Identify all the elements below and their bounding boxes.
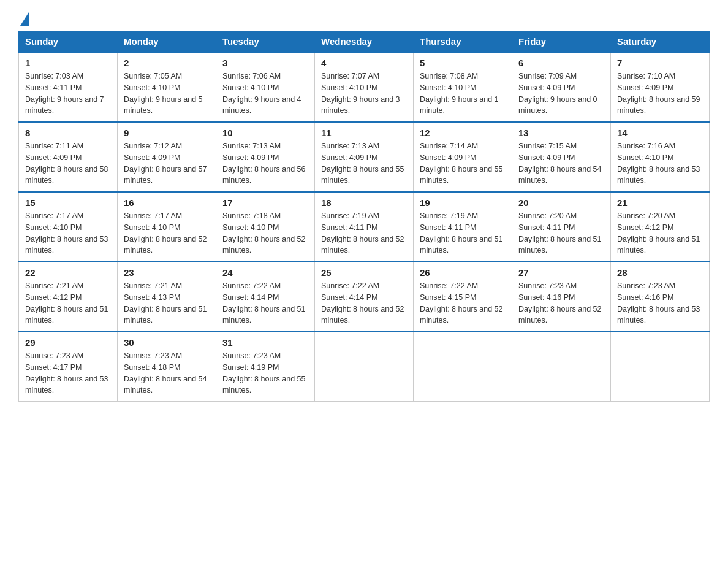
day-number: 10	[222, 128, 308, 138]
calendar-cell: 5Sunrise: 7:08 AMSunset: 4:10 PMDaylight…	[414, 52, 512, 122]
calendar-cell: 29Sunrise: 7:23 AMSunset: 4:17 PMDayligh…	[19, 332, 118, 402]
day-info: Sunrise: 7:19 AMSunset: 4:11 PMDaylight:…	[321, 210, 407, 256]
day-info: Sunrise: 7:03 AMSunset: 4:11 PMDaylight:…	[25, 71, 111, 117]
day-info: Sunrise: 7:23 AMSunset: 4:19 PMDaylight:…	[222, 350, 308, 396]
calendar-header-row: SundayMondayTuesdayWednesdayThursdayFrid…	[19, 31, 710, 53]
day-info: Sunrise: 7:11 AMSunset: 4:09 PMDaylight:…	[25, 140, 111, 186]
calendar-cell: 17Sunrise: 7:18 AMSunset: 4:10 PMDayligh…	[216, 192, 315, 262]
day-number: 28	[617, 267, 703, 278]
day-number: 31	[222, 337, 308, 348]
calendar-week-row: 1Sunrise: 7:03 AMSunset: 4:11 PMDaylight…	[19, 52, 710, 122]
calendar-cell: 22Sunrise: 7:21 AMSunset: 4:12 PMDayligh…	[19, 262, 118, 332]
calendar-cell: 6Sunrise: 7:09 AMSunset: 4:09 PMDaylight…	[512, 52, 611, 122]
day-number: 12	[420, 128, 506, 138]
calendar-header-sunday: Sunday	[19, 31, 118, 53]
calendar-cell: 9Sunrise: 7:12 AMSunset: 4:09 PMDaylight…	[118, 122, 216, 192]
day-info: Sunrise: 7:20 AMSunset: 4:12 PMDaylight:…	[617, 210, 703, 256]
day-info: Sunrise: 7:13 AMSunset: 4:09 PMDaylight:…	[222, 140, 308, 186]
calendar-cell: 12Sunrise: 7:14 AMSunset: 4:09 PMDayligh…	[414, 122, 512, 192]
day-number: 13	[518, 128, 604, 138]
calendar-cell: 18Sunrise: 7:19 AMSunset: 4:11 PMDayligh…	[315, 192, 414, 262]
day-number: 8	[25, 128, 111, 138]
calendar-cell: 21Sunrise: 7:20 AMSunset: 4:12 PMDayligh…	[611, 192, 710, 262]
day-info: Sunrise: 7:22 AMSunset: 4:14 PMDaylight:…	[321, 280, 407, 326]
calendar-header-tuesday: Tuesday	[216, 31, 315, 53]
calendar-cell: 14Sunrise: 7:16 AMSunset: 4:10 PMDayligh…	[611, 122, 710, 192]
day-number: 20	[518, 197, 604, 208]
calendar-header-thursday: Thursday	[414, 31, 512, 53]
day-info: Sunrise: 7:12 AMSunset: 4:09 PMDaylight:…	[124, 140, 210, 186]
page-header	[18, 12, 710, 25]
calendar-week-row: 8Sunrise: 7:11 AMSunset: 4:09 PMDaylight…	[19, 122, 710, 192]
day-info: Sunrise: 7:08 AMSunset: 4:10 PMDaylight:…	[420, 71, 506, 117]
day-info: Sunrise: 7:18 AMSunset: 4:10 PMDaylight:…	[222, 210, 308, 256]
day-info: Sunrise: 7:07 AMSunset: 4:10 PMDaylight:…	[321, 71, 407, 117]
day-number: 19	[420, 197, 506, 208]
day-number: 22	[25, 267, 111, 278]
calendar-cell: 8Sunrise: 7:11 AMSunset: 4:09 PMDaylight…	[19, 122, 118, 192]
day-info: Sunrise: 7:19 AMSunset: 4:11 PMDaylight:…	[420, 210, 506, 256]
day-number: 27	[518, 267, 604, 278]
day-info: Sunrise: 7:05 AMSunset: 4:10 PMDaylight:…	[124, 71, 210, 117]
calendar-cell: 19Sunrise: 7:19 AMSunset: 4:11 PMDayligh…	[414, 192, 512, 262]
calendar-cell: 2Sunrise: 7:05 AMSunset: 4:10 PMDaylight…	[118, 52, 216, 122]
logo-blue-part	[18, 12, 29, 27]
day-number: 18	[321, 197, 407, 208]
calendar-cell: 28Sunrise: 7:23 AMSunset: 4:16 PMDayligh…	[611, 262, 710, 332]
calendar-cell: 15Sunrise: 7:17 AMSunset: 4:10 PMDayligh…	[19, 192, 118, 262]
day-info: Sunrise: 7:06 AMSunset: 4:10 PMDaylight:…	[222, 71, 308, 117]
calendar-cell: 31Sunrise: 7:23 AMSunset: 4:19 PMDayligh…	[216, 332, 315, 402]
day-info: Sunrise: 7:15 AMSunset: 4:09 PMDaylight:…	[518, 140, 604, 186]
calendar-cell: 25Sunrise: 7:22 AMSunset: 4:14 PMDayligh…	[315, 262, 414, 332]
calendar-week-row: 22Sunrise: 7:21 AMSunset: 4:12 PMDayligh…	[19, 262, 710, 332]
calendar-header-friday: Friday	[512, 31, 611, 53]
calendar-cell: 11Sunrise: 7:13 AMSunset: 4:09 PMDayligh…	[315, 122, 414, 192]
day-number: 14	[617, 128, 703, 138]
day-info: Sunrise: 7:23 AMSunset: 4:16 PMDaylight:…	[617, 280, 703, 326]
logo-triangle-icon	[20, 12, 29, 26]
day-number: 1	[25, 58, 111, 68]
calendar-cell: 13Sunrise: 7:15 AMSunset: 4:09 PMDayligh…	[512, 122, 611, 192]
day-info: Sunrise: 7:17 AMSunset: 4:10 PMDaylight:…	[124, 210, 210, 256]
day-info: Sunrise: 7:23 AMSunset: 4:17 PMDaylight:…	[25, 350, 111, 396]
logo	[18, 12, 29, 25]
day-number: 29	[25, 337, 111, 348]
day-info: Sunrise: 7:23 AMSunset: 4:18 PMDaylight:…	[124, 350, 210, 396]
calendar-cell	[611, 332, 710, 402]
calendar-week-row: 29Sunrise: 7:23 AMSunset: 4:17 PMDayligh…	[19, 332, 710, 402]
day-number: 11	[321, 128, 407, 138]
day-info: Sunrise: 7:21 AMSunset: 4:12 PMDaylight:…	[25, 280, 111, 326]
day-info: Sunrise: 7:13 AMSunset: 4:09 PMDaylight:…	[321, 140, 407, 186]
day-info: Sunrise: 7:21 AMSunset: 4:13 PMDaylight:…	[124, 280, 210, 326]
day-number: 16	[124, 197, 210, 208]
calendar-cell: 27Sunrise: 7:23 AMSunset: 4:16 PMDayligh…	[512, 262, 611, 332]
calendar-cell: 24Sunrise: 7:22 AMSunset: 4:14 PMDayligh…	[216, 262, 315, 332]
day-info: Sunrise: 7:14 AMSunset: 4:09 PMDaylight:…	[420, 140, 506, 186]
day-info: Sunrise: 7:09 AMSunset: 4:09 PMDaylight:…	[518, 71, 604, 117]
day-number: 6	[518, 58, 604, 68]
day-number: 5	[420, 58, 506, 68]
day-number: 30	[124, 337, 210, 348]
day-number: 2	[124, 58, 210, 68]
day-number: 24	[222, 267, 308, 278]
calendar-header-wednesday: Wednesday	[315, 31, 414, 53]
day-info: Sunrise: 7:22 AMSunset: 4:14 PMDaylight:…	[222, 280, 308, 326]
calendar-header-saturday: Saturday	[611, 31, 710, 53]
calendar-week-row: 15Sunrise: 7:17 AMSunset: 4:10 PMDayligh…	[19, 192, 710, 262]
calendar-cell	[512, 332, 611, 402]
day-number: 7	[617, 58, 703, 68]
calendar-cell: 7Sunrise: 7:10 AMSunset: 4:09 PMDaylight…	[611, 52, 710, 122]
day-number: 26	[420, 267, 506, 278]
day-info: Sunrise: 7:17 AMSunset: 4:10 PMDaylight:…	[25, 210, 111, 256]
calendar-cell	[315, 332, 414, 402]
calendar-cell	[414, 332, 512, 402]
calendar-cell: 26Sunrise: 7:22 AMSunset: 4:15 PMDayligh…	[414, 262, 512, 332]
day-info: Sunrise: 7:23 AMSunset: 4:16 PMDaylight:…	[518, 280, 604, 326]
calendar-cell: 30Sunrise: 7:23 AMSunset: 4:18 PMDayligh…	[118, 332, 216, 402]
day-info: Sunrise: 7:20 AMSunset: 4:11 PMDaylight:…	[518, 210, 604, 256]
calendar-cell: 4Sunrise: 7:07 AMSunset: 4:10 PMDaylight…	[315, 52, 414, 122]
calendar-table: SundayMondayTuesdayWednesdayThursdayFrid…	[18, 31, 710, 402]
calendar-cell: 1Sunrise: 7:03 AMSunset: 4:11 PMDaylight…	[19, 52, 118, 122]
day-info: Sunrise: 7:16 AMSunset: 4:10 PMDaylight:…	[617, 140, 703, 186]
calendar-cell: 3Sunrise: 7:06 AMSunset: 4:10 PMDaylight…	[216, 52, 315, 122]
